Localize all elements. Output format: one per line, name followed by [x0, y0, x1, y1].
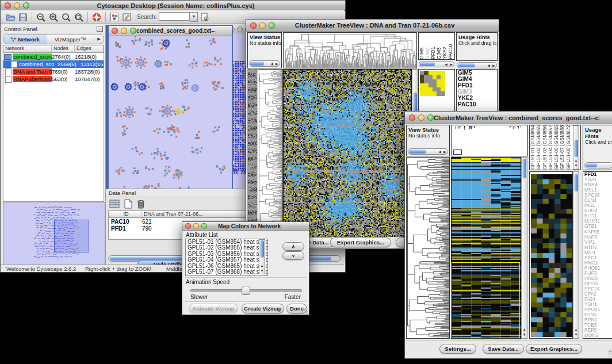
file-icon [11, 61, 17, 68]
minimize-button[interactable] [193, 223, 199, 229]
tv2-zoom-vscrollbar[interactable]: ▲▼ [573, 171, 579, 339]
network-list-row[interactable]: combined_sco2569(6)13112(15) [3, 60, 104, 68]
network-view-window[interactable]: combined_scores_good.txt--cluste... [108, 25, 233, 214]
network-view-titlebar[interactable]: combined_scores_good.txt--cluste... [109, 26, 232, 36]
zoom-cell [441, 71, 445, 75]
zoom-button[interactable] [130, 28, 136, 34]
zoom-fit-icon[interactable] [72, 12, 85, 22]
new-document-icon[interactable] [124, 199, 133, 211]
speed-slider-thumb[interactable] [242, 286, 250, 295]
tv1-viewstatus-scrollbar[interactable]: ◀▶ [249, 60, 280, 67]
export-graphics-button[interactable]: Export Graphics... [526, 344, 582, 354]
tv2-usagehints-scrollbar[interactable] [584, 162, 612, 168]
search-dropdown-arrow[interactable]: ▼ [190, 12, 198, 22]
search-label: Search: [137, 14, 156, 20]
network-list-row[interactable]: DNA and Tran 07769(0)183728(0) [3, 68, 104, 75]
zoom-button[interactable] [23, 2, 29, 9]
tv2-collabels-vscrollbar[interactable]: ▲▼ [573, 125, 579, 170]
minimize-button[interactable] [237, 26, 243, 32]
resize-grip[interactable] [609, 350, 612, 357]
settings-button[interactable]: Settings... [439, 344, 476, 354]
annotation-icon[interactable] [121, 12, 133, 22]
network-canvas[interactable] [109, 36, 230, 211]
attribute-list[interactable]: GPL51-01 (GSM854) heat shock 05 minGPL51… [185, 239, 268, 276]
close-button[interactable] [112, 28, 118, 34]
tabs-overflow-button[interactable]: ▶ [94, 37, 104, 41]
tv2-viewstatus-scrollbar[interactable]: ◀▶ [408, 148, 448, 155]
attribute-list-scrollbar[interactable]: ▲▼ [259, 239, 265, 274]
save-data-button[interactable]: Save Data... [483, 344, 524, 354]
main-titlebar[interactable]: Cytoscape Desktop (Session Name: collins… [1, 1, 345, 11]
tv1-row-dendrogram[interactable] [258, 69, 283, 237]
export-graphics-button[interactable]: Export Graphics... [330, 237, 391, 247]
close-button[interactable] [185, 223, 191, 229]
tv2-heatmap-selection[interactable] [452, 262, 520, 338]
column-label: GPL51-06 (GSM865) [553, 125, 559, 170]
row-label: GIM4 [457, 76, 497, 82]
dialog-titlebar[interactable]: Map Colors to Network [182, 222, 309, 231]
minimize-button[interactable] [121, 28, 127, 34]
zoom-cell [433, 91, 437, 95]
minimize-button[interactable] [14, 2, 20, 9]
network-list-row[interactable]: combined_scores2764(0)16218(0) [3, 53, 104, 60]
zoom-cell [420, 75, 424, 79]
tab-vizmapper[interactable]: VizMapper™ [47, 36, 94, 43]
zoom-button[interactable] [201, 223, 207, 229]
tab-network[interactable]: Network [3, 35, 47, 44]
tv2-zoom-panel[interactable] [529, 171, 573, 339]
help-lifesaver-icon[interactable] [90, 12, 103, 22]
network-overview-panel[interactable] [3, 202, 105, 265]
column-label: GIM3 [436, 33, 442, 59]
tv2-column-dendrogram[interactable] [451, 125, 528, 156]
trash-icon[interactable] [136, 199, 146, 211]
tv1-usagehints-scrollbar[interactable]: ◀▶ [457, 62, 497, 68]
table-icon[interactable] [109, 199, 120, 211]
zoom-button[interactable] [427, 114, 434, 121]
save-icon[interactable] [17, 12, 29, 22]
zoom-cell [420, 83, 424, 87]
minimize-button[interactable] [259, 22, 266, 29]
zoom-out-icon[interactable] [35, 12, 47, 22]
move-down-button[interactable]: v [282, 251, 304, 260]
tv2-gene-list[interactable]: PFD1YRA1RNR4MSL1SPC98CLN1NIS1BUD4ELG1MAK… [583, 171, 612, 339]
zoom-cell [429, 79, 433, 83]
network-table-header[interactable]: Network Nodes Edges [3, 45, 104, 53]
float-panel-icon[interactable] [97, 26, 103, 32]
zoom-cell [437, 87, 441, 91]
animate-vizmap-button[interactable]: Animate Vizmap [189, 304, 238, 313]
close-button[interactable] [250, 22, 257, 29]
resize-grip[interactable] [302, 308, 308, 314]
tv1-usage-hints-panel: Usage Hints Click and drag tc [456, 32, 498, 61]
zoom-selected-icon[interactable] [60, 12, 72, 22]
tv2-row-dendrogram[interactable] [406, 157, 450, 339]
minimize-button[interactable] [418, 114, 424, 121]
close-button[interactable] [5, 2, 11, 9]
vizmapper-icon[interactable] [108, 12, 121, 22]
open-folder-icon[interactable] [4, 12, 17, 22]
tv1-heatmap[interactable] [283, 69, 412, 238]
zoom-button[interactable] [269, 22, 275, 29]
tv1-row-label-strip[interactable] [247, 69, 257, 236]
create-vizmap-button[interactable]: Create Vizmap [242, 304, 284, 313]
network-list-row[interactable]: RNAPuberNov2+563(0)107847(0) [3, 75, 104, 83]
node-count: 563(0) [52, 76, 75, 82]
tv1-column-dendrogram[interactable] [283, 32, 417, 68]
attribute-list-item[interactable]: GPL51-07 (GSM868) heat shock 60 min [186, 269, 267, 275]
tv1-zoom-heatmap[interactable] [420, 71, 445, 96]
zoom-in-icon[interactable] [47, 12, 60, 22]
zoom-cell [437, 75, 441, 79]
tv1-collabels-scrollbar[interactable]: ◀▶ [419, 61, 454, 67]
zoom-cell [437, 91, 441, 95]
dialog-title: Map Colors to Network [207, 223, 292, 229]
zoom-cell [433, 75, 437, 79]
import-network-icon[interactable] [198, 12, 211, 22]
close-button[interactable] [409, 114, 415, 121]
move-up-button[interactable]: ∧ [282, 242, 304, 251]
window-controls [1, 2, 29, 9]
tv1-column-labels[interactable]: GIM5GIM4PFD1GIM3YKE2PAC10 [418, 32, 455, 60]
tv2-heatmap-vscrollbar[interactable]: ▲▼ [521, 157, 527, 339]
node-count: 769(0) [52, 68, 75, 75]
treeview2-titlebar[interactable]: ClusterMaker TreeView : combined_scores_… [405, 112, 612, 124]
treeview1-titlebar[interactable]: ClusterMaker TreeView : DNA and Tran 07-… [246, 20, 499, 32]
search-input[interactable]: ▼ [159, 12, 198, 22]
